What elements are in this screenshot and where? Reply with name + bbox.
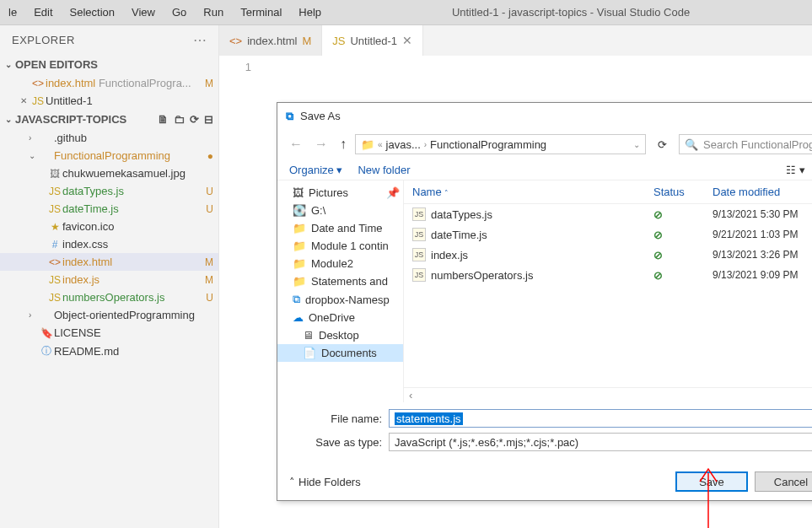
- menu-go[interactable]: Go: [164, 6, 195, 19]
- folder-tree-item[interactable]: ☁OneDrive: [277, 309, 403, 326]
- window-title: Untitled-1 - javascript-topics - Visual …: [330, 6, 812, 19]
- vscode-icon: ⧉: [286, 110, 293, 123]
- forward-icon[interactable]: →: [311, 137, 331, 152]
- hide-folders-button[interactable]: ˄ Hide Folders: [289, 476, 361, 488]
- col-date[interactable]: Date modified: [713, 186, 812, 198]
- folder-tree-item[interactable]: 🖥Desktop: [277, 326, 403, 344]
- collapse-icon[interactable]: ⊟: [204, 113, 213, 126]
- filename-label: File name:: [289, 412, 382, 425]
- code-area[interactable]: ⧉ Save As ✕ ← → ↑ 📁 « javas... › F: [261, 56, 812, 528]
- file-row[interactable]: JSindex.js⊘9/13/2021 3:26 PM: [404, 245, 812, 265]
- tree-item[interactable]: 🔖LICENSE: [0, 324, 218, 342]
- col-status[interactable]: Status: [653, 186, 713, 198]
- save-as-dialog: ⧉ Save As ✕ ← → ↑ 📁 « javas... › F: [277, 102, 812, 501]
- tree-item[interactable]: ⌄FunctionalProgramming●: [0, 147, 218, 164]
- menu-view[interactable]: View: [123, 6, 164, 19]
- folder-tree-item[interactable]: 📁Module 1 contin: [277, 237, 403, 255]
- view-options-icon[interactable]: ☷ ▾: [786, 164, 805, 176]
- new-folder-button[interactable]: New folder: [358, 164, 410, 176]
- tab-untitled[interactable]: JS Untitled-1 ✕: [322, 25, 423, 56]
- folder-tree-item[interactable]: 📁Date and Time: [277, 219, 403, 237]
- html-icon: <>: [229, 35, 242, 47]
- save-button[interactable]: Save: [675, 471, 748, 492]
- open-editors-label: OPEN EDITORS: [15, 58, 98, 71]
- breadcrumb[interactable]: 📁 « javas... › FunctionalProgramming ⌄: [355, 134, 646, 154]
- open-editors-header[interactable]: ⌄ OPEN EDITORS: [0, 55, 218, 74]
- tree-item[interactable]: 🖼chukwuemekasamuel.jpg: [0, 164, 218, 182]
- new-folder-icon[interactable]: 🗀: [174, 113, 185, 126]
- tree-item[interactable]: #index.css: [0, 235, 218, 253]
- folder-tree-item[interactable]: 💽G:\: [277, 202, 403, 219]
- editor-area: <> index.html M JS Untitled-1 ✕ 1 ⧉ Save…: [219, 25, 812, 528]
- folder-icon: 📁: [361, 138, 374, 151]
- path-seg[interactable]: FunctionalProgramming: [430, 138, 546, 151]
- menu-terminal[interactable]: Terminal: [232, 6, 290, 19]
- menu-edit[interactable]: Edit: [25, 6, 61, 19]
- project-label: JAVASCRIPT-TOPICS: [15, 113, 126, 126]
- menubar: le Edit Selection View Go Run Terminal H…: [0, 0, 812, 25]
- col-name[interactable]: Name ˄: [412, 186, 653, 198]
- tree-item[interactable]: ⓘREADME.md: [0, 342, 218, 361]
- path-seg[interactable]: javas...: [386, 138, 421, 151]
- explorer-sidebar: EXPLORER ⋯ ⌄ OPEN EDITORS <>index.html F…: [0, 25, 219, 528]
- open-editor-item[interactable]: <>index.html FunctionalProgra...M: [0, 74, 218, 92]
- file-row[interactable]: JSnumbersOperators.js⊘9/13/2021 9:09 PM: [404, 265, 812, 285]
- tree-item[interactable]: JSindex.jsM: [0, 271, 218, 288]
- organize-button[interactable]: Organize ▾: [289, 164, 342, 176]
- search-icon: 🔍: [685, 138, 698, 151]
- open-editor-item[interactable]: ✕JSUntitled-1: [0, 92, 218, 110]
- tree-item[interactable]: JSnumbersOperators.jsU: [0, 288, 218, 306]
- tree-item[interactable]: ›Object-orientedProgramming: [0, 306, 218, 324]
- savetype-select[interactable]: JavaScript (*.js;*.es6;*.mjs;*.cjs;*.pac…: [389, 433, 812, 451]
- file-row[interactable]: JSdataTypes.js⊘9/13/2021 5:30 PM: [404, 204, 812, 224]
- project-header[interactable]: ⌄ JAVASCRIPT-TOPICS 🗎 🗀 ⟳ ⊟: [0, 110, 218, 129]
- editor-tabs: <> index.html M JS Untitled-1 ✕: [219, 25, 812, 56]
- scrollbar[interactable]: ‹›: [404, 387, 812, 402]
- line-gutter: 1: [219, 56, 261, 528]
- modified-badge: M: [302, 35, 311, 47]
- dialog-title: Save As: [300, 110, 812, 122]
- tree-item[interactable]: JSdataTypes.jsU: [0, 182, 218, 200]
- search-placeholder: Search FunctionalProgramm...: [703, 138, 812, 151]
- tree-item[interactable]: <>index.htmlM: [0, 253, 218, 271]
- chevron-down-icon[interactable]: ⌄: [633, 140, 640, 149]
- tree-item[interactable]: ★favicon.ico: [0, 218, 218, 235]
- savetype-label: Save as type:: [289, 436, 382, 449]
- refresh-icon[interactable]: ⟳: [190, 113, 199, 126]
- cancel-button[interactable]: Cancel: [755, 471, 812, 492]
- search-input[interactable]: 🔍 Search FunctionalProgramm...: [679, 134, 812, 154]
- js-icon: JS: [332, 35, 345, 47]
- new-file-icon[interactable]: 🗎: [158, 113, 169, 126]
- chevron-up-icon: ˄: [289, 476, 295, 488]
- tab-label: index.html: [247, 35, 297, 47]
- folder-tree-item[interactable]: 📁Statements and: [277, 272, 403, 290]
- back-icon[interactable]: ←: [286, 137, 306, 152]
- tab-index-html[interactable]: <> index.html M: [219, 25, 322, 56]
- folder-tree[interactable]: 🖼Pictures📌💽G:\📁Date and Time📁Module 1 co…: [277, 180, 404, 402]
- tree-item[interactable]: ›.github: [0, 129, 218, 147]
- explorer-more-icon[interactable]: ⋯: [193, 32, 207, 48]
- refresh-icon[interactable]: ⟳: [651, 138, 674, 151]
- close-icon[interactable]: ✕: [402, 34, 412, 47]
- menu-file[interactable]: le: [0, 6, 25, 19]
- folder-tree-item[interactable]: 🖼Pictures📌: [277, 184, 403, 202]
- file-row[interactable]: JSdateTime.js⊘9/21/2021 1:03 PM: [404, 224, 812, 245]
- folder-tree-item[interactable]: 📄Documents: [277, 344, 403, 362]
- menu-help[interactable]: Help: [290, 6, 330, 19]
- up-icon[interactable]: ↑: [336, 137, 350, 152]
- folder-tree-item[interactable]: 📁Module2: [277, 255, 403, 272]
- tree-item[interactable]: JSdateTime.jsU: [0, 200, 218, 218]
- explorer-title: EXPLORER: [12, 34, 75, 46]
- menu-selection[interactable]: Selection: [62, 6, 123, 19]
- filename-input[interactable]: statements.js ⌄: [389, 409, 812, 428]
- menu-run[interactable]: Run: [195, 6, 232, 19]
- folder-tree-item[interactable]: ⧉dropbox-Namesp: [277, 290, 403, 309]
- tab-label: Untitled-1: [350, 35, 397, 47]
